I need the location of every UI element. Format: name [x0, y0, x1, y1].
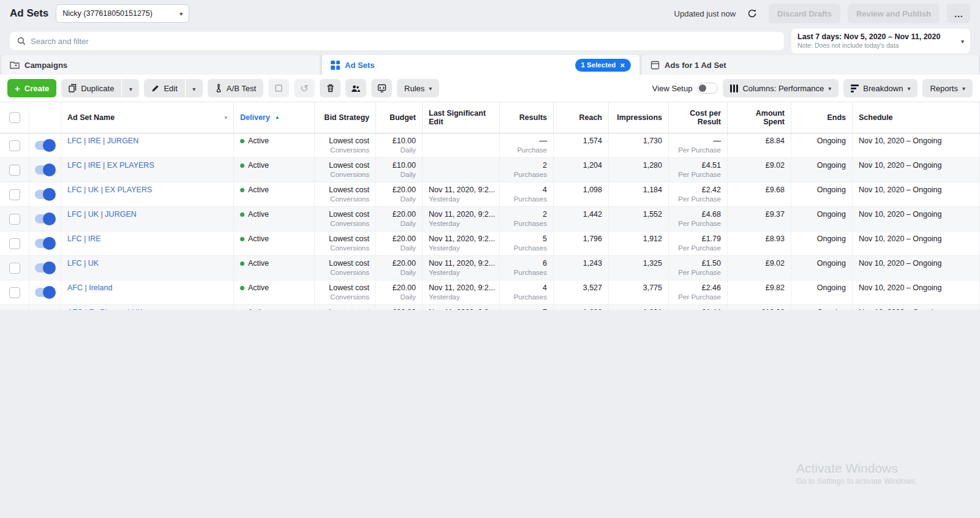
- duplicate-dropdown-button[interactable]: ▾: [122, 79, 139, 97]
- rules-button[interactable]: Rules ▾: [397, 79, 439, 97]
- duplicate-button-group: Duplicate ▾: [61, 79, 139, 97]
- select-all-checkbox[interactable]: [9, 112, 20, 123]
- ad-set-active-toggle[interactable]: [35, 288, 55, 297]
- row-checkbox[interactable]: [9, 214, 20, 225]
- tab-ad-sets[interactable]: Ad Sets 1 Selected ×: [322, 55, 639, 75]
- preview-button[interactable]: [371, 79, 392, 97]
- view-setup-toggle[interactable]: [697, 83, 718, 94]
- close-icon[interactable]: ×: [620, 61, 625, 69]
- row-checkbox[interactable]: [9, 263, 20, 274]
- search-icon: [17, 37, 26, 45]
- cell-impressions: 1,552: [609, 207, 669, 231]
- ad-set-active-toggle[interactable]: [35, 239, 55, 248]
- columns-button[interactable]: Columns: Performance ▾: [723, 79, 839, 97]
- ab-test-button[interactable]: A/B Test: [208, 79, 263, 97]
- header-toggle-cell: [29, 102, 61, 133]
- tab-ads[interactable]: Ads for 1 Ad Set: [642, 55, 979, 75]
- account-selector[interactable]: Nicky (377618050151275) ▾: [56, 4, 189, 23]
- table-row[interactable]: AFC | IrelandActiveLowest costConversion…: [0, 280, 980, 305]
- cell-name[interactable]: LFC | UK | JURGEN: [61, 207, 234, 231]
- ad-set-active-toggle[interactable]: [35, 190, 55, 199]
- table-row[interactable]: LFC | IRE | EX PLAYERSActiveLowest costC…: [0, 158, 980, 182]
- table-row[interactable]: LFC | IREActiveLowest costConversions£20…: [0, 231, 980, 256]
- status-dot: [240, 237, 244, 241]
- column-header-schedule[interactable]: Schedule: [853, 102, 980, 133]
- edit-button[interactable]: Edit: [144, 79, 184, 97]
- pin-button[interactable]: [268, 79, 289, 97]
- table-row[interactable]: LFC | UKActiveLowest costConversions£20.…: [0, 256, 980, 280]
- trash-icon: [326, 84, 334, 92]
- cell-spent: £9.37: [728, 207, 791, 231]
- cell-cost_per_result: £1.44Per Purchase: [669, 305, 728, 310]
- selected-count-badge[interactable]: 1 Selected ×: [575, 59, 631, 72]
- top-bar: Ad Sets Nicky (377618050151275) ▾ Update…: [0, 0, 980, 27]
- discard-drafts-button[interactable]: Discard Drafts: [769, 4, 840, 23]
- search-input[interactable]: [31, 37, 777, 46]
- column-header-cost_per_result[interactable]: Cost per Result: [669, 102, 728, 133]
- column-header-results[interactable]: Results: [500, 102, 554, 133]
- edit-button-group: Edit ▾: [144, 79, 202, 97]
- breakdown-button-label: Breakdown: [863, 84, 903, 93]
- cell-reach: 1,243: [554, 256, 609, 280]
- cell-budget: £20.00Daily: [376, 256, 423, 280]
- table-row[interactable]: AFC | Ex Players | UKActiveLowest costCo…: [0, 305, 980, 310]
- row-checkbox[interactable]: [9, 165, 20, 176]
- cell-name[interactable]: LFC | IRE | JURGEN: [61, 133, 234, 157]
- tab-campaigns[interactable]: Campaigns: [1, 55, 320, 75]
- audience-button[interactable]: [345, 79, 366, 97]
- cell-ends: Ongoing: [791, 158, 853, 182]
- create-button[interactable]: + Create: [7, 79, 56, 97]
- table-row[interactable]: LFC | UK | EX PLAYERSActiveLowest costCo…: [0, 182, 980, 207]
- cell-bid: Lowest costConversions: [315, 182, 376, 206]
- row-checkbox[interactable]: [9, 189, 20, 200]
- column-header-reach[interactable]: Reach: [554, 102, 609, 133]
- ad-set-active-toggle[interactable]: [35, 141, 55, 150]
- cell-name[interactable]: AFC | Ex Players | UK: [61, 305, 234, 310]
- ad-set-active-toggle[interactable]: [35, 263, 55, 272]
- row-checkbox[interactable]: [9, 140, 20, 151]
- cell-ends: Ongoing: [791, 280, 853, 304]
- column-header-impressions[interactable]: Impressions: [609, 102, 669, 133]
- search-box[interactable]: [10, 32, 784, 50]
- duplicate-button[interactable]: Duplicate: [61, 79, 121, 97]
- review-publish-button[interactable]: Review and Publish: [848, 4, 940, 23]
- column-header-name[interactable]: Ad Set Name▾: [61, 102, 234, 133]
- undo-button[interactable]: ↺: [294, 79, 315, 97]
- cell-cost_per_result: £1.79Per Purchase: [669, 231, 728, 255]
- cell-delivery: Active: [234, 305, 315, 310]
- cell-delivery: Active: [234, 280, 315, 304]
- duplicate-icon: [69, 84, 77, 92]
- flask-icon: [215, 84, 222, 92]
- cell-name[interactable]: AFC | Ireland: [61, 280, 234, 304]
- cell-edit: Nov 11, 2020, 9:2...Yesterday: [423, 280, 500, 304]
- ad-set-active-toggle[interactable]: [35, 214, 55, 223]
- breakdown-button[interactable]: Breakdown ▾: [843, 79, 918, 97]
- status-dot: [240, 163, 244, 168]
- date-range-selector[interactable]: Last 7 days: Nov 5, 2020 – Nov 11, 2020 …: [791, 29, 970, 53]
- table-row[interactable]: LFC | UK | JURGENActiveLowest costConver…: [0, 207, 980, 231]
- row-toggle-cell: [29, 305, 61, 310]
- column-header-ends[interactable]: Ends: [791, 102, 853, 133]
- row-checkbox[interactable]: [9, 238, 20, 249]
- refresh-button[interactable]: [743, 4, 761, 23]
- row-checkbox[interactable]: [9, 287, 20, 298]
- cell-results: 2Purchases: [500, 158, 554, 182]
- reports-button[interactable]: Reports ▾: [922, 79, 973, 97]
- reports-button-label: Reports: [930, 84, 958, 93]
- column-header-delivery[interactable]: Delivery▲: [234, 102, 315, 133]
- cell-name[interactable]: LFC | UK | EX PLAYERS: [61, 182, 234, 206]
- ad-set-active-toggle[interactable]: [35, 165, 55, 175]
- column-header-bid[interactable]: Bid Strategy: [315, 102, 376, 133]
- cell-name[interactable]: LFC | UK: [61, 256, 234, 280]
- cell-schedule: Nov 10, 2020 – Ongoing: [853, 231, 980, 255]
- column-header-budget[interactable]: Budget: [376, 102, 423, 133]
- edit-dropdown-button[interactable]: ▾: [186, 79, 203, 97]
- chevron-down-icon: ▾: [179, 10, 183, 17]
- table-row[interactable]: LFC | IRE | JURGENActiveLowest costConve…: [0, 133, 980, 158]
- more-options-button[interactable]: …: [947, 4, 970, 23]
- cell-name[interactable]: LFC | IRE | EX PLAYERS: [61, 158, 234, 182]
- delete-button[interactable]: [320, 79, 341, 97]
- cell-name[interactable]: LFC | IRE: [61, 231, 234, 255]
- column-header-edit[interactable]: Last Significant Edit: [423, 102, 500, 133]
- column-header-spent[interactable]: Amount Spent: [728, 102, 791, 133]
